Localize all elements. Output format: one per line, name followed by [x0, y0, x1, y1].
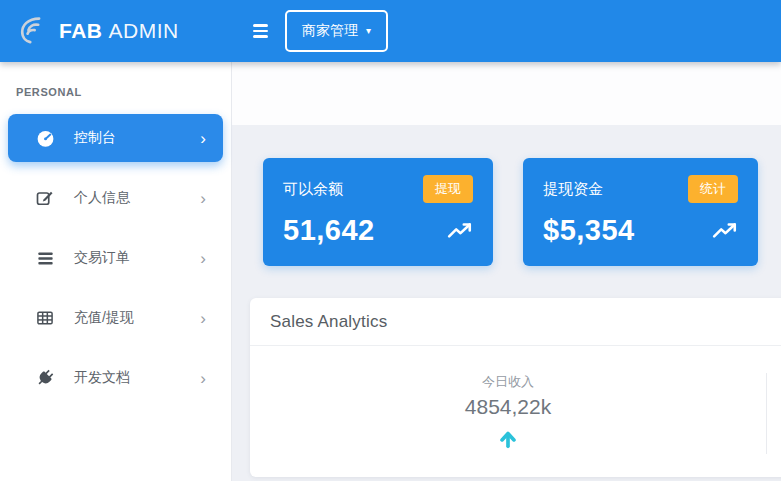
sidebar-item-label: 开发文档 — [74, 369, 130, 387]
hamburger-icon[interactable] — [253, 24, 268, 38]
table-icon — [34, 307, 56, 329]
withdraw-funds-card-value: $5,354 — [543, 214, 635, 247]
sidebar-item-label: 交易订单 — [74, 249, 130, 267]
gauge-icon — [34, 127, 56, 149]
chevron-right-icon: › — [200, 310, 206, 327]
app-header: FABADMIN 商家管理 ▾ — [0, 0, 781, 62]
sidebar-item-orders[interactable]: 交易订单 › — [8, 234, 223, 282]
sales-analytics-title: Sales Analytics — [250, 298, 781, 346]
trending-up-icon — [712, 220, 738, 242]
sidebar-item-label: 控制台 — [74, 129, 116, 147]
today-income-metric: 今日收入 4854,22k — [250, 373, 767, 454]
sidebar-item-dashboard[interactable]: 控制台 › — [8, 114, 223, 162]
list-icon — [34, 247, 56, 269]
balance-card: 可以余额 提现 51,642 — [263, 158, 493, 266]
brand-name-bold: FAB — [59, 19, 103, 42]
withdraw-funds-card-title: 提现资金 — [543, 180, 603, 199]
stats-badge-button[interactable]: 统计 — [688, 175, 738, 203]
withdraw-badge-button[interactable]: 提现 — [423, 175, 473, 203]
today-income-value: 4854,22k — [250, 395, 766, 419]
balance-card-title: 可以余额 — [283, 180, 343, 199]
balance-card-value: 51,642 — [283, 214, 375, 247]
sidebar-item-recharge-withdraw[interactable]: 充值/提现 › — [8, 294, 223, 342]
sidebar-item-label: 充值/提现 — [74, 309, 134, 327]
withdraw-funds-card: 提现资金 统计 $5,354 — [523, 158, 758, 266]
main-content: 可以余额 提现 51,642 提现资金 统计 $5,354 — [232, 62, 781, 481]
trending-up-icon — [447, 220, 473, 242]
sidebar-item-label: 个人信息 — [74, 189, 130, 207]
caret-down-icon: ▾ — [366, 26, 371, 36]
chevron-right-icon: › — [200, 190, 206, 207]
merchant-dropdown-button[interactable]: 商家管理 ▾ — [285, 10, 388, 52]
page-top-band — [232, 62, 781, 125]
today-income-label: 今日收入 — [250, 373, 766, 391]
arrow-up-icon — [250, 428, 766, 454]
sidebar: PERSONAL 控制台 › 个人信息 › — [0, 62, 232, 481]
edit-icon — [34, 187, 56, 209]
chevron-right-icon: › — [200, 130, 206, 147]
brand-title: FABADMIN — [59, 19, 179, 43]
chevron-right-icon: › — [200, 370, 206, 387]
fab-logo-icon — [16, 14, 48, 48]
merchant-dropdown-label: 商家管理 — [302, 22, 358, 40]
plug-icon — [34, 367, 56, 389]
sidebar-item-dev-docs[interactable]: 开发文档 › — [8, 354, 223, 402]
chevron-right-icon: › — [200, 250, 206, 267]
brand-name-light: ADMIN — [109, 19, 179, 42]
sidebar-section-label: PERSONAL — [16, 86, 231, 98]
sales-analytics-card: Sales Analytics 今日收入 4854,22k — [250, 298, 781, 477]
stats-cards-row: 可以余额 提现 51,642 提现资金 统计 $5,354 — [263, 158, 781, 266]
sidebar-item-profile[interactable]: 个人信息 › — [8, 174, 223, 222]
brand: FABADMIN — [0, 14, 232, 48]
